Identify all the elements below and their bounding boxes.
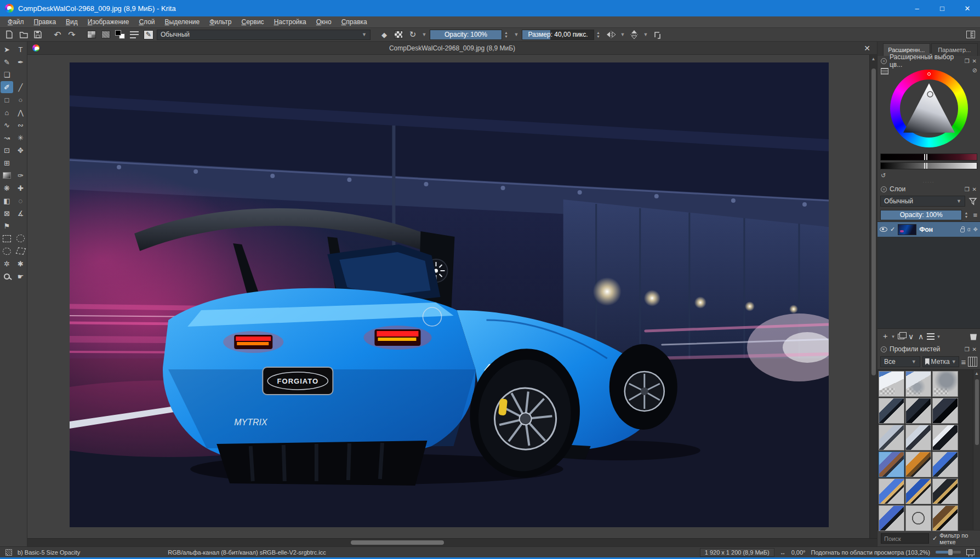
delete-layer-button[interactable] [970,333,977,340]
fg-bg-color-icon[interactable] [114,29,126,40]
search-input[interactable] [881,533,929,544]
lightness-strip[interactable] [880,162,977,169]
line-tool[interactable]: ╱ [14,81,27,93]
close-docker-icon[interactable]: ✕ [972,58,977,64]
polyline-tool[interactable]: ⋀ [14,106,27,118]
new-document-icon[interactable] [3,29,15,40]
pattern-tool[interactable]: ❋ [1,182,13,194]
zoom-slider[interactable] [936,551,961,554]
menu-image[interactable]: Изображение [83,17,134,27]
grid-view-icon[interactable] [968,357,977,367]
brush-preset[interactable] [879,452,904,477]
zoom-slider-thumb[interactable] [948,549,953,555]
filter-by-tag-checkbox[interactable]: ✓ Фильтр по метке [932,532,977,545]
fill-tool[interactable]: ◧ [1,195,13,207]
magic-wand-select-tool[interactable]: ✲ [1,258,13,270]
layer-blend-mode-select[interactable]: Обычный ▼ [880,196,965,207]
add-layer-dropdown-icon[interactable]: ▾ [891,330,896,343]
ellipse-tool[interactable]: ○ [14,94,27,106]
layer-visibility-icon[interactable] [880,227,887,232]
brush-preset[interactable] [879,505,904,531]
layer-name[interactable]: Фон [919,226,958,233]
menu-select[interactable]: Выделение [161,17,204,27]
multibrush-tool[interactable]: ✳ [14,132,27,144]
size-slider[interactable]: Размер: 40,00 пикс. [522,30,594,40]
docker-menu-icon[interactable]: ≡ [881,58,887,64]
layer-row[interactable]: ✓ Фон α ✥ [878,222,980,237]
dynamic-brush-tool[interactable]: ↝ [1,132,13,144]
polygon-tool[interactable]: ⌂ [1,106,13,118]
layer-lock-icon[interactable] [960,229,965,232]
layer-opacity-spinner[interactable]: ▲▼ [964,211,971,219]
brush-preset[interactable] [879,478,904,504]
preserve-alpha-icon[interactable] [392,29,404,40]
canvas[interactable]: FORGIATO MYTRIX ATRREX [27,55,869,538]
bezier-curve-tool[interactable]: ∿ [1,119,13,131]
vertical-scrollbar[interactable]: ▲ [869,55,877,538]
vertical-scrollbar-thumb[interactable] [871,69,876,375]
brush-preset[interactable] [905,371,931,397]
edit-brush-settings-icon[interactable]: ✎ [143,29,155,40]
brush-preset[interactable] [879,371,904,397]
hue-value-strip[interactable] [880,153,977,161]
brush-preset[interactable] [932,425,958,450]
move-layer-down-button[interactable]: ∨ [907,330,915,343]
monitor-icon[interactable] [966,549,975,555]
blend-mode-select[interactable]: Обычный ▼ [157,30,371,40]
layer-checkbox[interactable]: ✓ [890,226,895,233]
menu-window[interactable]: Окно [312,17,336,27]
float-docker-icon[interactable]: ❐ [965,346,970,352]
rect-select-tool[interactable] [1,232,13,244]
mirror-vertical-icon[interactable] [629,28,640,41]
brush-preset[interactable] [932,371,958,397]
scroll-up-icon[interactable]: ▲ [975,370,979,377]
opacity-slider[interactable]: Opacity: 100% [430,30,502,40]
menu-view[interactable]: Вид [61,17,82,27]
calligraphy-tool[interactable]: ✒ [14,56,27,68]
alpha-lock-icon[interactable]: α [967,226,971,232]
measure-tool[interactable]: ∡ [14,207,27,219]
brush-preset[interactable] [932,478,958,504]
duplicate-layer-button[interactable] [897,330,905,343]
transform-tool[interactable]: ⊡ [1,144,13,156]
close-docker-icon[interactable]: ✕ [972,346,977,352]
menu-tools[interactable]: Сервис [237,17,269,27]
brush-preset[interactable] [932,398,958,424]
similar-color-select-tool[interactable]: ✱ [14,258,27,270]
move-layer-up-button[interactable]: ∧ [916,330,925,343]
brush-preset[interactable] [905,505,931,531]
brush-preset[interactable] [905,425,931,450]
reload-preset-icon[interactable]: ↻ [407,29,419,40]
mirror-horizontal-icon[interactable] [605,29,617,40]
menu-edit[interactable]: Правка [30,17,61,27]
horizontal-scrollbar-thumb[interactable] [351,540,444,545]
brush-filter-select[interactable]: Все ▼ [880,356,920,367]
close-button[interactable]: ✕ [955,0,980,16]
close-docker-icon[interactable]: ✕ [972,186,977,192]
magnetic-select-tool[interactable] [14,245,27,257]
zoom-tool[interactable] [1,270,13,282]
docker-menu-icon[interactable]: ≡ [881,186,887,192]
select-shapes-tool[interactable]: ➤ [1,43,13,55]
layer-options-icon[interactable]: ≡ [973,211,977,219]
mirror-horizontal-dropdown-icon[interactable]: ▼ [619,32,626,37]
refresh-colors-icon[interactable]: ↺ [881,172,886,179]
list-view-icon[interactable]: ≡ [961,357,966,367]
pan-tool[interactable]: ☛ [14,270,27,282]
maximize-button[interactable]: □ [930,0,955,16]
advanced-color-selector[interactable]: ⊘ [878,66,980,152]
no-color-icon[interactable]: ⊘ [972,67,977,74]
rotation-icon[interactable]: ↔ [780,549,786,556]
assistants-tool[interactable]: ⊠ [1,207,13,219]
minimize-button[interactable]: – [904,0,930,16]
open-document-icon[interactable] [18,29,30,40]
layer-properties-button[interactable] [926,330,935,343]
mirror-vertical-dropdown-icon[interactable]: ▼ [642,32,649,37]
sv-triangle[interactable] [899,80,959,137]
redo-icon[interactable]: ↷ [66,29,78,40]
menu-layer[interactable]: Слой [134,17,159,27]
rectangle-tool[interactable]: □ [1,94,13,106]
brush-preset[interactable] [905,398,931,424]
crop-tool[interactable]: ⊞ [1,157,13,169]
tag-select[interactable]: Метка ▼ [922,356,959,367]
